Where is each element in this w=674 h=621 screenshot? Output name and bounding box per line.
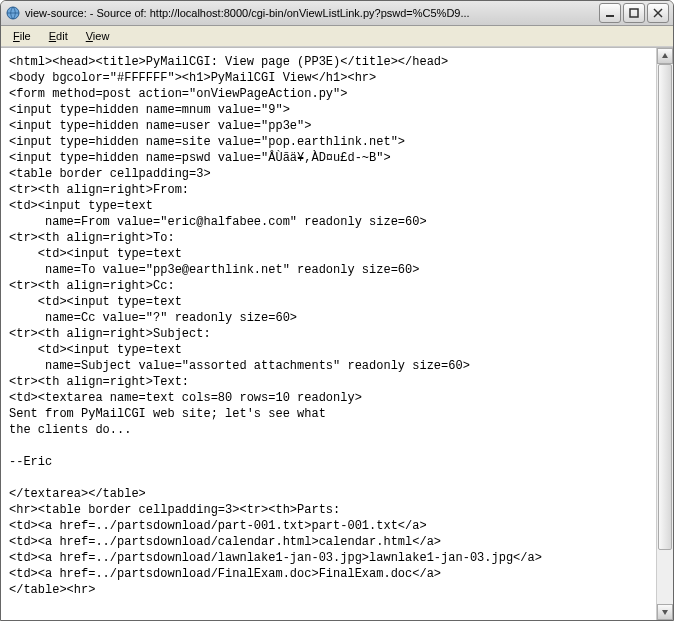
scroll-down-button[interactable] xyxy=(657,604,673,620)
content-area: <html><head><title>PyMailCGI: View page … xyxy=(1,47,673,620)
maximize-icon xyxy=(629,8,639,18)
window-title: view-source: - Source of: http://localho… xyxy=(25,7,599,19)
app-window: view-source: - Source of: http://localho… xyxy=(0,0,674,621)
close-icon xyxy=(653,8,663,18)
chevron-up-icon xyxy=(661,52,669,60)
svg-marker-5 xyxy=(662,53,668,58)
source-view[interactable]: <html><head><title>PyMailCGI: View page … xyxy=(1,48,657,620)
chevron-down-icon xyxy=(661,608,669,616)
minimize-icon xyxy=(605,8,615,18)
menu-view[interactable]: View xyxy=(78,28,118,44)
scrollbar-thumb[interactable] xyxy=(658,64,672,550)
menu-edit[interactable]: Edit xyxy=(41,28,76,44)
maximize-button[interactable] xyxy=(623,3,645,23)
svg-marker-6 xyxy=(662,610,668,615)
vertical-scrollbar[interactable] xyxy=(656,48,673,620)
menu-file[interactable]: File xyxy=(5,28,39,44)
menubar: File Edit View xyxy=(1,26,673,47)
window-controls xyxy=(599,3,669,23)
scrollbar-track[interactable] xyxy=(657,64,673,604)
scroll-up-button[interactable] xyxy=(657,48,673,64)
app-icon xyxy=(5,5,21,21)
svg-rect-2 xyxy=(630,9,638,17)
titlebar[interactable]: view-source: - Source of: http://localho… xyxy=(1,1,673,26)
minimize-button[interactable] xyxy=(599,3,621,23)
close-button[interactable] xyxy=(647,3,669,23)
